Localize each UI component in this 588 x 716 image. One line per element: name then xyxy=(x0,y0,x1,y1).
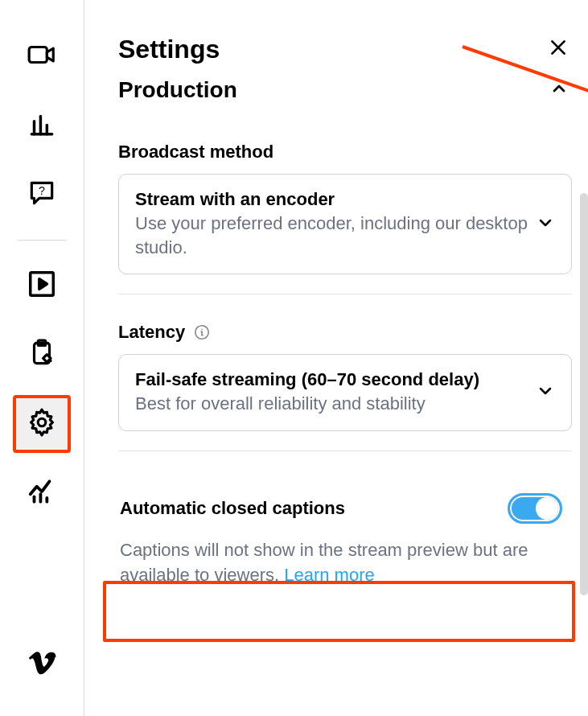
chevron-down-icon xyxy=(536,381,555,404)
divider xyxy=(118,451,572,451)
sidebar-item-chat-question[interactable]: ? xyxy=(13,166,71,224)
svg-text:?: ? xyxy=(39,184,45,197)
captions-label: Automatic closed captions xyxy=(120,498,345,519)
gear-icon xyxy=(27,407,57,441)
scrollbar-thumb[interactable] xyxy=(580,193,588,595)
camera-icon xyxy=(27,39,57,73)
captions-toggle[interactable] xyxy=(508,493,562,524)
collapse-button[interactable] xyxy=(546,76,572,105)
close-button[interactable] xyxy=(545,34,572,64)
sidebar-item-analytics-trend[interactable] xyxy=(13,464,71,522)
toggle-knob xyxy=(536,497,558,520)
svg-rect-0 xyxy=(29,47,47,63)
sidebar-item-analytics-bars[interactable] xyxy=(13,97,71,154)
latency-option-title: Fail-safe streaming (60–70 second delay) xyxy=(135,369,536,390)
settings-header: Settings xyxy=(118,34,572,64)
broadcast-option-title: Stream with an encoder xyxy=(135,189,536,210)
captions-description: Captions will not show in the stream pre… xyxy=(118,538,572,588)
sidebar-item-settings[interactable] xyxy=(13,395,71,453)
vimeo-icon xyxy=(27,648,57,681)
sidebar-item-vimeo[interactable] xyxy=(13,636,71,693)
sidebar-item-play-square[interactable] xyxy=(13,257,71,315)
bar-chart-icon xyxy=(27,109,57,142)
latency-option-desc: Best for overall reliability and stabili… xyxy=(135,392,536,416)
captions-toggle-row: Automatic closed captions xyxy=(118,479,572,538)
sidebar-item-clipboard-edit[interactable] xyxy=(13,326,71,384)
info-icon[interactable] xyxy=(193,323,211,341)
main-panel: Settings Production Broadcast method Str… xyxy=(84,0,588,716)
sidebar: ? xyxy=(0,0,84,716)
latency-label-text: Latency xyxy=(118,322,185,343)
chevron-down-icon xyxy=(536,213,555,236)
chat-question-icon: ? xyxy=(27,178,57,212)
sidebar-item-camera[interactable] xyxy=(13,27,71,85)
broadcast-option-desc: Use your preferred encoder, including ou… xyxy=(135,212,536,259)
divider xyxy=(118,294,572,294)
broadcast-method-select[interactable]: Stream with an encoder Use your preferre… xyxy=(118,174,572,274)
learn-more-link[interactable]: Learn more xyxy=(284,565,375,585)
close-icon xyxy=(548,47,569,60)
clipboard-edit-icon xyxy=(27,338,57,372)
select-content: Fail-safe streaming (60–70 second delay)… xyxy=(135,369,536,416)
play-square-icon xyxy=(27,269,57,302)
svg-point-5 xyxy=(38,418,46,426)
section-title: Production xyxy=(118,77,237,103)
page-title: Settings xyxy=(118,35,220,64)
chevron-up-icon xyxy=(549,87,569,101)
latency-select[interactable]: Fail-safe streaming (60–70 second delay)… xyxy=(118,354,572,431)
latency-label: Latency xyxy=(118,322,572,343)
select-content: Stream with an encoder Use your preferre… xyxy=(135,189,536,259)
scrollbar[interactable] xyxy=(580,193,588,708)
sidebar-divider xyxy=(18,240,66,241)
section-header[interactable]: Production xyxy=(118,76,572,105)
trend-icon xyxy=(27,476,57,510)
broadcast-method-label: Broadcast method xyxy=(118,142,572,163)
